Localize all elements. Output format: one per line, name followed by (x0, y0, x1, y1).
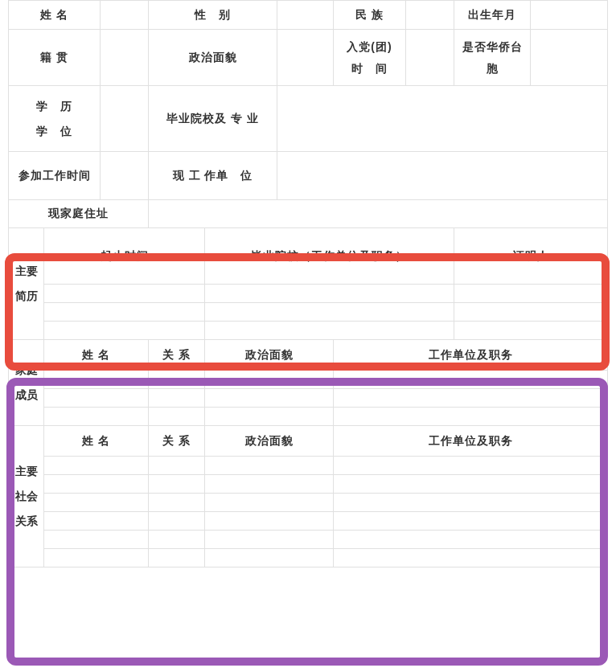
social-unit-6 (334, 549, 608, 568)
row-social-5 (9, 531, 608, 549)
row-social-6 (9, 549, 608, 568)
social-political-1 (205, 457, 334, 475)
value-native-place (101, 30, 149, 86)
family-political-1 (205, 371, 334, 389)
label-native-place: 籍 贯 (9, 30, 101, 86)
label-resume-unit: 毕业院校（工作单位及职务） (205, 228, 454, 285)
social-unit-4 (334, 512, 608, 531)
resume-witness-2 (454, 303, 608, 322)
label-family-name: 姓 名 (44, 340, 149, 371)
family-unit-2 (334, 389, 608, 408)
resume-period-3 (44, 322, 205, 340)
social-unit-2 (334, 475, 608, 494)
resume-unit-3 (205, 322, 454, 340)
row-social-header: 主要社会关系 姓 名 关 系 政治面貌 工作单位及职务 (9, 426, 608, 457)
family-unit-3 (334, 408, 608, 426)
label-social-name: 姓 名 (44, 426, 149, 457)
family-political-3 (205, 408, 334, 426)
social-political-3 (205, 494, 334, 512)
family-name-3 (44, 408, 149, 426)
resume-unit-2 (205, 303, 454, 322)
label-education: 学 历 学 位 (9, 86, 101, 152)
social-name-4 (44, 512, 149, 531)
row-social-3 (9, 494, 608, 512)
resume-witness-3 (454, 322, 608, 340)
row-education: 学 历 学 位 毕业院校及 专 业 (9, 86, 608, 152)
social-political-6 (205, 549, 334, 568)
label-name: 姓 名 (9, 1, 101, 30)
label-overseas: 是否华侨台胞 (454, 30, 531, 86)
resume-unit-1 (205, 285, 454, 303)
value-school (277, 86, 608, 152)
family-name-2 (44, 389, 149, 408)
social-relation-4 (149, 512, 205, 531)
row-social-4 (9, 512, 608, 531)
row-resume-3 (9, 322, 608, 340)
value-name (101, 1, 149, 30)
row-family-header: 家庭成员 姓 名 关 系 政治面貌 工作单位及职务 (9, 340, 608, 371)
label-resume-side: 主要简历 (9, 228, 44, 340)
family-political-2 (205, 389, 334, 408)
social-political-4 (205, 512, 334, 531)
value-ethnicity (406, 1, 454, 30)
label-social-relation: 关 系 (149, 426, 205, 457)
family-unit-1 (334, 371, 608, 389)
social-relation-3 (149, 494, 205, 512)
social-name-1 (44, 457, 149, 475)
label-ethnicity: 民 族 (334, 1, 406, 30)
social-name-3 (44, 494, 149, 512)
family-relation-2 (149, 389, 205, 408)
label-family-relation: 关 系 (149, 340, 205, 371)
value-birth (531, 1, 608, 30)
row-resume-1 (9, 285, 608, 303)
social-name-2 (44, 475, 149, 494)
social-unit-1 (334, 457, 608, 475)
row-family-3 (9, 408, 608, 426)
resume-period-1 (44, 285, 205, 303)
value-work-start (101, 152, 149, 200)
label-address: 现家庭住址 (9, 200, 149, 228)
value-current-unit (277, 152, 608, 200)
label-party-date: 入党(团) 时 间 (334, 30, 406, 86)
row-family-1 (9, 371, 608, 389)
social-unit-3 (334, 494, 608, 512)
row-work: 参加工作时间 现 工 作单 位 (9, 152, 608, 200)
family-name-1 (44, 371, 149, 389)
label-birth: 出生年月 (454, 1, 531, 30)
social-unit-5 (334, 531, 608, 549)
social-name-6 (44, 549, 149, 568)
row-resume-2 (9, 303, 608, 322)
social-relation-1 (149, 457, 205, 475)
label-current-unit: 现 工 作单 位 (149, 152, 277, 200)
resume-witness-1 (454, 285, 608, 303)
row-social-1 (9, 457, 608, 475)
row-family-2 (9, 389, 608, 408)
label-political: 政治面貌 (149, 30, 277, 86)
row-basic-1: 姓 名 性 别 民 族 出生年月 (9, 1, 608, 30)
resume-period-2 (44, 303, 205, 322)
value-political (277, 30, 334, 86)
value-overseas (531, 30, 608, 86)
family-relation-1 (149, 371, 205, 389)
label-social-side: 主要社会关系 (9, 426, 44, 568)
label-work-start: 参加工作时间 (9, 152, 101, 200)
value-gender (277, 1, 334, 30)
row-social-2 (9, 475, 608, 494)
label-resume-witness: 证明人 (454, 228, 608, 285)
label-resume-period: 起止时间 (44, 228, 205, 285)
label-family-unit: 工作单位及职务 (334, 340, 608, 371)
value-party-date (406, 30, 454, 86)
personnel-form-table: 姓 名 性 别 民 族 出生年月 籍 贯 政治面貌 入党(团) 时 间 是否华侨… (8, 0, 608, 568)
label-family-side: 家庭成员 (9, 340, 44, 426)
row-basic-2: 籍 贯 政治面貌 入党(团) 时 间 是否华侨台胞 (9, 30, 608, 86)
label-gender: 性 别 (149, 1, 277, 30)
row-resume-header: 主要简历 起止时间 毕业院校（工作单位及职务） 证明人 (9, 228, 608, 285)
value-address (149, 200, 608, 228)
social-relation-6 (149, 549, 205, 568)
social-political-2 (205, 475, 334, 494)
row-address: 现家庭住址 (9, 200, 608, 228)
family-relation-3 (149, 408, 205, 426)
label-social-unit: 工作单位及职务 (334, 426, 608, 457)
value-education (101, 86, 149, 152)
social-name-5 (44, 531, 149, 549)
